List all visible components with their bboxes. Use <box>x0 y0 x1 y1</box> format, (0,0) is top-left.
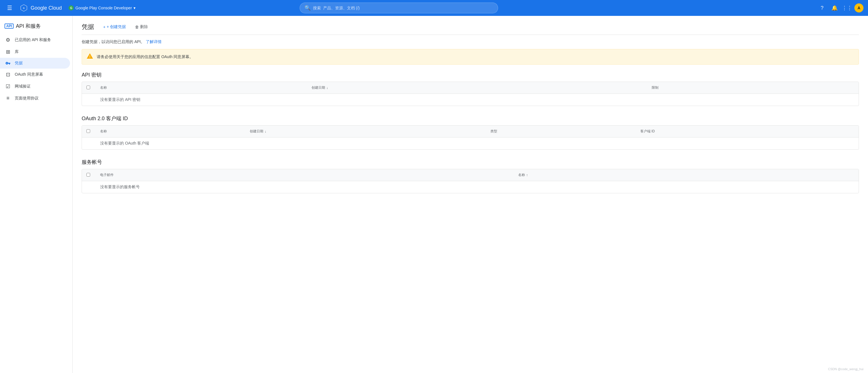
footer-credit: CSDN @code_wengj_hui <box>828 367 864 371</box>
service-email-header: 电子邮件 <box>100 173 114 178</box>
create-icon: + <box>103 25 105 29</box>
menu-icon: ☰ <box>7 4 12 11</box>
apps-button[interactable]: ⋮⋮ <box>842 3 852 13</box>
service-name-header[interactable]: 名称 <box>518 173 525 178</box>
sidebar-item-label: 网域验证 <box>15 84 31 89</box>
app-body: API API 和服务 ⚙ 已启用的 API 和服务 ⊞ 库 凭据 ⊡ OAut… <box>0 16 868 373</box>
sidebar: API API 和服务 ⚙ 已启用的 API 和服务 ⊞ 库 凭据 ⊡ OAut… <box>0 16 72 373</box>
sidebar-item-library[interactable]: ⊞ 库 <box>0 46 70 58</box>
google-cloud-text: Google Cloud <box>31 5 62 11</box>
service-accounts-empty-text: 没有要显示的服务帐号 <box>96 181 859 193</box>
svg-text:G: G <box>23 7 25 9</box>
google-cloud-logo: G Google Cloud <box>19 3 62 12</box>
sort-up-icon: ↑ <box>526 173 528 177</box>
service-accounts-select-all[interactable] <box>87 173 90 177</box>
project-name: Google Play Console Developer <box>75 6 132 10</box>
sidebar-item-label: 凭据 <box>15 61 23 66</box>
sidebar-header-title: API 和服务 <box>16 23 41 29</box>
api-keys-empty-row: 没有要显示的 API 密钥 <box>82 94 859 106</box>
oauth-name-header: 名称 <box>100 129 107 134</box>
page-header: 凭据 + + 创建凭据 🗑 删除 <box>82 23 859 35</box>
key-icon <box>4 61 11 66</box>
warning-text: 请务必使用关于您的应用的信息配置 OAuth 同意屏幕。 <box>97 55 193 60</box>
sort-down-icon: ↓ <box>265 129 266 133</box>
api-keys-table-container: 名称 创建日期 ↓ 限制 <box>82 82 859 106</box>
apps-icon: ⋮⋮ <box>842 5 852 11</box>
oauth-clients-table: 名称 创建日期 ↓ 类型 <box>82 126 859 149</box>
notifications-button[interactable]: 🔔 <box>830 3 840 13</box>
delete-icon: 🗑 <box>135 25 139 29</box>
api-keys-select-all[interactable] <box>87 86 90 89</box>
search-bar[interactable]: 🔍 <box>300 3 498 13</box>
oauth-clients-title: OAuth 2.0 客户端 ID <box>82 115 859 122</box>
project-selector[interactable]: G Google Play Console Developer ▾ <box>66 4 138 11</box>
description: 创建凭据，以访问您已启用的 API。 了解详情 <box>82 39 859 44</box>
top-navigation: ☰ G Google Cloud G Google Play Console D… <box>0 0 868 16</box>
api-keys-table: 名称 创建日期 ↓ 限制 <box>82 82 859 106</box>
oauth-icon: ⊡ <box>4 71 11 77</box>
api-keys-empty-text: 没有要显示的 API 密钥 <box>96 94 859 106</box>
warning-banner: 请务必使用关于您的应用的信息配置 OAuth 同意屏幕。 <box>82 49 859 65</box>
page-icon: ≡ <box>4 95 11 101</box>
notifications-icon: 🔔 <box>831 5 838 11</box>
project-icon: G <box>69 5 74 10</box>
search-icon: 🔍 <box>305 5 311 11</box>
api-keys-title: API 密钥 <box>82 71 859 78</box>
oauth-clients-table-container: 名称 创建日期 ↓ 类型 <box>82 125 859 150</box>
google-cloud-icon: G <box>19 3 28 12</box>
sidebar-item-label: 库 <box>15 49 19 55</box>
search-input[interactable] <box>313 6 493 10</box>
hamburger-menu[interactable]: ☰ <box>4 3 15 13</box>
service-accounts-section: 服务帐号 电子邮件 <box>82 159 859 193</box>
service-accounts-empty-row: 没有要显示的服务帐号 <box>82 181 859 193</box>
sidebar-item-domain-verification[interactable]: ☑ 网域验证 <box>0 81 70 92</box>
sidebar-item-label: OAuth 同意屏幕 <box>15 72 43 77</box>
api-keys-restriction-header: 限制 <box>652 85 658 90</box>
page-title: 凭据 <box>82 23 94 31</box>
sidebar-item-label: 已启用的 API 和服务 <box>15 37 51 42</box>
api-keys-name-header: 名称 <box>100 85 107 90</box>
sidebar-item-credentials[interactable]: 凭据 <box>0 58 70 69</box>
oauth-client-id-header: 客户端 ID <box>640 129 655 134</box>
service-accounts-table-container: 电子邮件 名称 ↑ <box>82 169 859 193</box>
oauth-type-header: 类型 <box>490 129 497 134</box>
oauth-clients-section: OAuth 2.0 客户端 ID 名称 <box>82 115 859 150</box>
sort-down-icon: ↓ <box>326 86 328 90</box>
oauth-date-header[interactable]: 创建日期 <box>250 129 264 134</box>
oauth-clients-empty-row: 没有要显示的 OAuth 客户端 <box>82 137 859 150</box>
oauth-clients-select-all[interactable] <box>87 129 90 133</box>
service-accounts-title: 服务帐号 <box>82 159 859 165</box>
warning-icon <box>87 53 93 61</box>
dropdown-icon: ▾ <box>133 6 135 10</box>
sidebar-item-enabled-apis[interactable]: ⚙ 已启用的 API 和服务 <box>0 34 70 46</box>
header-actions: + + 创建凭据 🗑 删除 <box>101 23 150 31</box>
settings-icon: ⚙ <box>4 37 11 43</box>
api-keys-date-header[interactable]: 创建日期 <box>312 85 325 90</box>
api-badge: API <box>4 24 13 29</box>
avatar[interactable]: A <box>855 3 864 12</box>
domain-icon: ☑ <box>4 83 11 90</box>
sidebar-header: API API 和服务 <box>0 21 72 34</box>
oauth-clients-empty-text: 没有要显示的 OAuth 客户端 <box>96 137 859 150</box>
sidebar-item-oauth-consent[interactable]: ⊡ OAuth 同意屏幕 <box>0 69 70 81</box>
service-accounts-table: 电子邮件 名称 ↑ <box>82 169 859 193</box>
main-content: 凭据 + + 创建凭据 🗑 删除 创建凭据，以访问您已启用的 API。 了解详情 <box>72 16 868 373</box>
help-icon: ? <box>821 5 824 11</box>
library-icon: ⊞ <box>4 49 11 55</box>
api-keys-section: API 密钥 名称 <box>82 71 859 106</box>
top-nav-right: ? 🔔 ⋮⋮ A <box>817 3 864 13</box>
help-button[interactable]: ? <box>817 3 827 13</box>
learn-more-link[interactable]: 了解详情 <box>146 39 162 44</box>
delete-button[interactable]: 🗑 删除 <box>133 23 150 31</box>
create-credentials-button[interactable]: + + 创建凭据 <box>101 23 128 31</box>
sidebar-item-page-usage[interactable]: ≡ 页面使用协议 <box>0 92 70 104</box>
sidebar-item-label: 页面使用协议 <box>15 96 38 101</box>
